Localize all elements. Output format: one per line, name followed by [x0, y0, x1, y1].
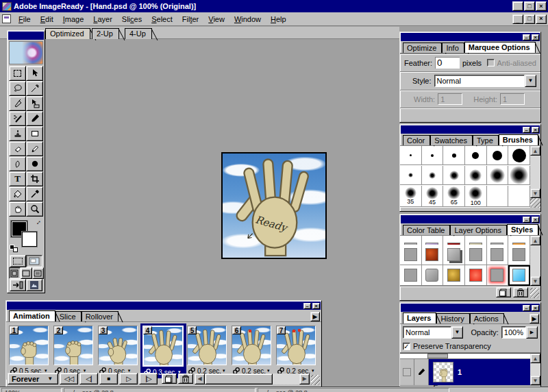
brush-cell[interactable]	[400, 146, 422, 165]
move-tool[interactable]	[26, 66, 43, 81]
style-cell[interactable]	[487, 236, 509, 245]
style-cell[interactable]	[422, 236, 444, 245]
scroll-up-icon[interactable]: ▲	[530, 354, 540, 363]
opacity-slider-arrow-icon[interactable]: ▶	[526, 326, 538, 339]
status-info-2[interactable]: -- / -- sec @ 28.8	[258, 388, 449, 392]
palette-flyout-icon[interactable]: ▶	[530, 314, 539, 323]
tab-4up[interactable]: 4-Up	[125, 28, 152, 39]
layers-palette-titlebar[interactable]: – ×	[401, 304, 540, 312]
blend-mode-dropdown[interactable]: Normal ▼	[403, 326, 463, 339]
layer-row-partial[interactable]	[400, 354, 530, 359]
optimized-preview-button[interactable]	[26, 255, 42, 267]
animation-frame[interactable]: 7 0.2 sec.▾	[275, 324, 319, 378]
style-dropdown-arrow-icon[interactable]: ▼	[525, 75, 536, 87]
new-style-button[interactable]	[496, 287, 511, 297]
tab-color[interactable]: Color	[403, 135, 430, 145]
resize-grip[interactable]	[530, 288, 539, 298]
style-cell[interactable]	[487, 245, 509, 265]
palette-close-icon[interactable]: ×	[532, 305, 539, 311]
app-close-button[interactable]: ×	[536, 1, 547, 11]
tab-brushes[interactable]: Brushes	[499, 134, 538, 145]
tab-color-table[interactable]: Color Table	[403, 225, 450, 235]
resize-grip[interactable]	[530, 198, 540, 208]
animation-frame[interactable]: 5 0.2 sec.▾	[186, 324, 230, 378]
tab-type[interactable]: Type	[473, 135, 499, 145]
tab-layer-options[interactable]: Layer Options	[450, 225, 506, 235]
style-cell[interactable]	[508, 236, 530, 245]
doc-close-button[interactable]: ×	[536, 14, 547, 24]
canvas-image[interactable]: Ready	[221, 152, 327, 259]
style-cell[interactable]	[443, 236, 465, 245]
slice-tool[interactable]	[9, 96, 26, 111]
style-cell[interactable]	[400, 265, 422, 286]
fullscreen-mode-button[interactable]	[32, 267, 44, 279]
visibility-cell[interactable]	[400, 359, 414, 385]
resize-grip[interactable]	[311, 375, 320, 385]
delete-frame-button[interactable]	[178, 373, 193, 384]
clone-stamp-tool[interactable]	[9, 126, 26, 141]
marquee-palette-titlebar[interactable]: – ×	[401, 33, 540, 41]
menu-file[interactable]: File	[14, 14, 36, 25]
styles-scrollbar[interactable]: ▲ ▼	[530, 236, 540, 286]
menu-image[interactable]: Image	[58, 14, 89, 25]
brush-cell[interactable]	[400, 166, 422, 185]
layers-scrollbar[interactable]: ▲ ▼	[530, 354, 540, 385]
jump-target-button[interactable]	[26, 279, 42, 291]
brush-cell[interactable]	[443, 146, 465, 165]
style-cell[interactable]	[422, 245, 444, 265]
tab-styles[interactable]: Styles	[507, 224, 538, 235]
brushes-palette-titlebar[interactable]: – ×	[401, 125, 540, 134]
document-icon[interactable]	[2, 14, 11, 23]
stop-button[interactable]: ■	[99, 373, 118, 384]
scroll-up-icon[interactable]: ▲	[530, 236, 540, 245]
tab-optimized[interactable]: Optimized	[45, 28, 90, 39]
tab-marquee-options[interactable]: Marquee Options	[464, 42, 536, 53]
brush-cell[interactable]	[443, 166, 465, 185]
style-cell-selected[interactable]	[508, 265, 530, 286]
image-preview-button[interactable]	[10, 255, 26, 267]
scroll-down-icon[interactable]: ▼	[530, 188, 540, 198]
brush-cell[interactable]	[422, 166, 444, 185]
palette-close-icon[interactable]: ×	[312, 303, 320, 309]
brush-cell[interactable]: 65	[443, 186, 465, 207]
menu-filter[interactable]: Filter	[177, 14, 203, 25]
blend-dropdown-arrow-icon[interactable]: ▼	[451, 326, 463, 339]
eyedropper-tool[interactable]	[26, 186, 43, 201]
opacity-control[interactable]: 100% ▶	[501, 326, 538, 339]
pencil-tool[interactable]	[26, 141, 43, 156]
brush-cell[interactable]: 100	[465, 186, 487, 207]
crop-tool[interactable]	[26, 171, 43, 186]
menu-layer[interactable]: Layer	[88, 14, 117, 25]
tab-rollover[interactable]: Rollover	[82, 311, 119, 321]
frames-scrollbar[interactable]: ◀ ▶	[195, 373, 310, 384]
palette-close-icon[interactable]: ×	[532, 127, 539, 133]
scroll-up-icon[interactable]: ▲	[530, 146, 540, 156]
previous-frame-button[interactable]: ◁|	[79, 373, 98, 384]
style-cell[interactable]	[487, 265, 509, 286]
airbrush-tool[interactable]	[9, 111, 26, 126]
style-cell[interactable]	[465, 236, 487, 245]
animation-frame[interactable]: 3 0 sec.▾	[97, 324, 141, 378]
brush-cell[interactable]	[508, 186, 530, 207]
lasso-tool[interactable]	[9, 81, 26, 96]
jump-to-photoshop-button[interactable]	[10, 279, 26, 291]
new-frame-button[interactable]	[162, 373, 177, 384]
feather-input[interactable]	[435, 57, 460, 69]
menu-edit[interactable]: Edit	[36, 14, 58, 25]
play-button[interactable]: ▷	[119, 373, 138, 384]
brush-cell[interactable]	[465, 166, 487, 185]
style-cell[interactable]	[508, 245, 530, 265]
default-colors-icon[interactable]	[10, 245, 18, 252]
palette-minimize-icon[interactable]: –	[523, 127, 530, 133]
tab-swatches[interactable]: Swatches	[430, 135, 473, 145]
menu-slices[interactable]: Slices	[117, 14, 147, 25]
magic-wand-tool[interactable]	[26, 81, 43, 96]
brush-cell[interactable]	[508, 166, 530, 185]
antialiased-checkbox[interactable]	[487, 59, 495, 66]
type-tool[interactable]: T	[9, 171, 26, 186]
first-frame-button[interactable]: ◁◁	[60, 373, 78, 384]
marquee-tool[interactable]	[9, 66, 26, 81]
palette-close-icon[interactable]: ×	[532, 217, 539, 223]
scroll-right-icon[interactable]: ▶	[299, 373, 310, 384]
preserve-transparency-checkbox[interactable]: ✓	[403, 343, 410, 350]
